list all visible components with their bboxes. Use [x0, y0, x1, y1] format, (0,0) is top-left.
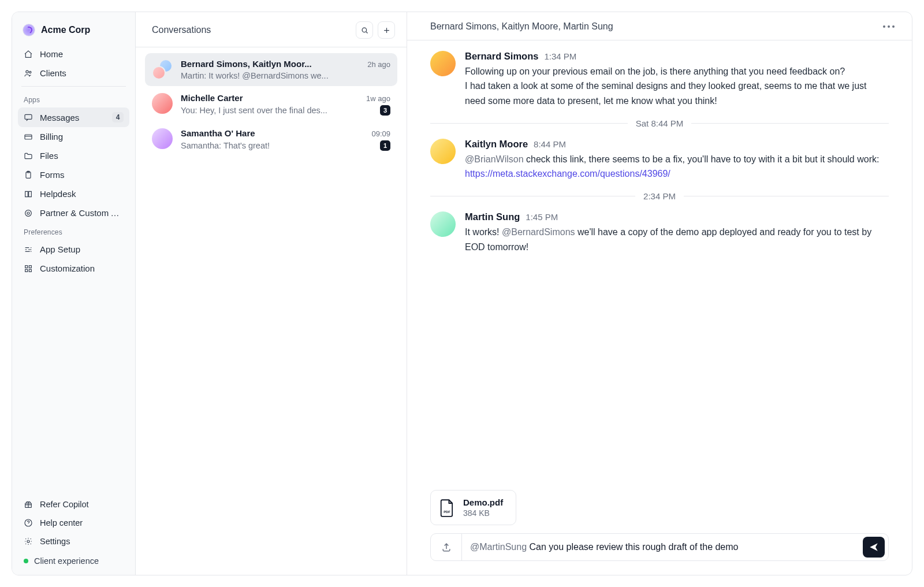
nav-help-label: Help center	[40, 518, 124, 527]
send-icon	[869, 542, 879, 552]
time-divider-label: 2:34 PM	[643, 191, 676, 201]
attachment-name: Demo.pdf	[463, 497, 503, 507]
nav-refer-label: Refer Copilot	[40, 500, 124, 509]
app-frame: Acme Corp Home Clients Apps Messages 4 B…	[12, 12, 912, 575]
attachment-size: 384 KB	[463, 508, 503, 518]
nav-home[interactable]: Home	[18, 44, 129, 64]
users-icon	[24, 69, 33, 78]
folder-icon	[24, 151, 33, 161]
thread-panel: Bernard Simons, Kaitlyn Moore, Martin Su…	[407, 12, 912, 575]
conversations-panel: Conversations Bernard Simons, Kaitlyn Mo…	[136, 12, 407, 575]
pdf-file-icon: PDF	[439, 499, 455, 517]
send-button[interactable]	[863, 537, 885, 558]
conversation-time: 1w ago	[366, 94, 390, 103]
svg-rect-9	[29, 265, 31, 268]
sliders-icon	[24, 245, 33, 254]
mention-chip[interactable]: @MartinSung	[470, 542, 527, 552]
message-time: 1:45 PM	[526, 212, 558, 222]
conversation-preview: Martin: It works! @BernardSimons we...	[181, 71, 390, 80]
nav-help[interactable]: Help center	[18, 514, 129, 532]
conversation-item[interactable]: Michelle Carter 1w ago You: Hey, I just …	[145, 87, 397, 121]
message-item: Kaitlyn Moore 8:44 PM @BrianWilson check…	[430, 139, 889, 181]
time-divider: Sat 8:44 PM	[430, 118, 889, 128]
search-button[interactable]	[356, 21, 373, 39]
attachment-chip[interactable]: PDF Demo.pdf 384 KB	[430, 490, 516, 525]
nav-app-setup[interactable]: App Setup	[18, 240, 129, 259]
org-name: Acme Corp	[41, 25, 90, 35]
nav-customization-label: Customization	[40, 263, 124, 273]
nav-partner-apps-label: Partner & Custom Apps	[40, 208, 124, 218]
message-author: Bernard Simons	[465, 51, 538, 62]
nav-partner-apps[interactable]: Partner & Custom Apps	[18, 203, 129, 222]
sidebar-footer: Refer Copilot Help center Settings Clien…	[18, 495, 129, 568]
nav-files[interactable]: Files	[18, 146, 129, 165]
svg-text:PDF: PDF	[444, 510, 450, 514]
message-text: It works! @BernardSimons we'll have a co…	[465, 225, 889, 254]
message-author: Kaitlyn Moore	[465, 139, 528, 150]
nav-billing[interactable]: Billing	[18, 127, 129, 146]
nav-forms-label: Forms	[40, 170, 124, 180]
home-icon	[24, 50, 33, 59]
nav-settings[interactable]: Settings	[18, 532, 129, 551]
search-icon	[360, 26, 369, 35]
help-icon	[24, 518, 33, 527]
avatar-icon	[430, 211, 456, 237]
nav-customization[interactable]: Customization	[18, 259, 129, 278]
composer-input[interactable]: @MartinSung Can you please review this r…	[462, 542, 863, 552]
nav-helpdesk[interactable]: Helpdesk	[18, 184, 129, 203]
svg-rect-2	[25, 114, 32, 119]
nav-apps-heading: Apps	[18, 90, 129, 107]
conversation-list: Bernard Simons, Kaitlyn Moor... 2h ago M…	[136, 47, 407, 162]
upload-icon	[441, 541, 452, 553]
mention-chip[interactable]: @BrianWilson	[465, 154, 524, 164]
conversation-item[interactable]: Bernard Simons, Kaitlyn Moor... 2h ago M…	[145, 53, 397, 86]
svg-point-6	[25, 210, 32, 216]
svg-rect-10	[25, 269, 28, 272]
message-time: 8:44 PM	[534, 139, 566, 149]
nav-messages-badge: 4	[112, 112, 124, 122]
svg-point-15	[362, 28, 367, 32]
gift-icon	[24, 500, 33, 509]
new-conversation-button[interactable]	[378, 21, 395, 39]
mention-chip[interactable]: @BernardSimons	[502, 227, 575, 237]
org-switcher[interactable]: Acme Corp	[18, 20, 129, 44]
nav-helpdesk-label: Helpdesk	[40, 189, 124, 199]
message-list[interactable]: Bernard Simons 1:34 PM Following up on y…	[407, 40, 912, 490]
conversation-time: 2h ago	[367, 60, 390, 69]
conversation-preview: Samantha: That's great!	[181, 141, 375, 150]
avatar-icon	[152, 128, 173, 149]
nav-files-label: Files	[40, 151, 124, 161]
svg-point-14	[27, 540, 29, 543]
message-text: Following up on your previous email on t…	[465, 64, 889, 79]
conversation-item[interactable]: Samantha O' Hare 09:09 Samantha: That's …	[145, 122, 397, 157]
svg-rect-11	[29, 269, 31, 272]
message-link[interactable]: https://meta.stackexchange.com/questions…	[465, 169, 670, 179]
nav-forms[interactable]: Forms	[18, 165, 129, 184]
conversation-name: Michelle Carter	[181, 93, 362, 103]
svg-rect-8	[25, 265, 28, 268]
svg-rect-3	[25, 135, 32, 139]
clipboard-icon	[24, 170, 33, 180]
primary-nav: Home Clients Apps Messages 4 Billing Fil…	[18, 44, 129, 278]
thread-more-button[interactable]	[880, 22, 898, 31]
nav-divider	[21, 86, 126, 87]
nav-refer[interactable]: Refer Copilot	[18, 495, 129, 514]
svg-point-1	[29, 71, 31, 73]
svg-point-7	[27, 212, 29, 214]
book-icon	[24, 190, 33, 199]
plus-icon	[382, 26, 391, 35]
group-avatar-icon	[152, 59, 173, 80]
conversations-title: Conversations	[152, 25, 351, 35]
message-item: Martin Sung 1:45 PM It works! @BernardSi…	[430, 211, 889, 254]
nav-prefs-heading: Preferences	[18, 222, 129, 240]
status-dot-icon	[24, 559, 28, 563]
client-experience-link[interactable]: Client experience	[18, 551, 129, 568]
upload-button[interactable]	[431, 534, 462, 560]
thread-header: Bernard Simons, Kaitlyn Moore, Martin Su…	[407, 12, 912, 40]
nav-messages[interactable]: Messages 4	[18, 107, 129, 127]
sidebar: Acme Corp Home Clients Apps Messages 4 B…	[12, 12, 136, 575]
nav-clients[interactable]: Clients	[18, 64, 129, 83]
avatar-icon	[430, 51, 456, 76]
composer-area: PDF Demo.pdf 384 KB @MartinSung Can you …	[407, 490, 912, 575]
nav-billing-label: Billing	[40, 132, 124, 142]
